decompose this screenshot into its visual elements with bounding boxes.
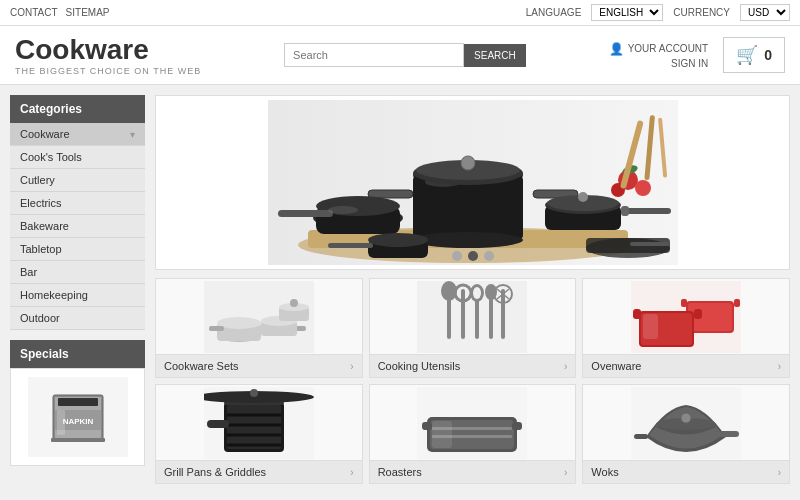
person-icon: 👤 <box>609 42 624 56</box>
svg-point-18 <box>461 156 475 170</box>
product-card-roasters[interactable]: Roasters › <box>369 384 577 484</box>
search-area: SEARCH <box>284 43 526 67</box>
product-image-ovenware <box>583 279 789 354</box>
sidebar: Categories Cookware▾ Cook's Tools Cutler… <box>10 95 145 490</box>
arrow-icon: › <box>778 467 781 478</box>
svg-rect-98 <box>422 422 432 430</box>
sidebar-item-cutlery[interactable]: Cutlery <box>10 169 145 192</box>
svg-point-92 <box>250 389 258 397</box>
carousel <box>155 95 790 270</box>
language-select[interactable]: ENGLISH <box>591 4 663 21</box>
product-card-ovenware[interactable]: Ovenware › <box>582 278 790 378</box>
svg-point-12 <box>413 232 523 248</box>
product-label-ovenware: Ovenware › <box>583 354 789 377</box>
svg-point-65 <box>473 287 481 299</box>
product-label-cooking-utensils: Cooking Utensils › <box>370 354 576 377</box>
contact-link[interactable]: CONTACT <box>10 7 58 18</box>
product-image-cooking-utensils <box>370 279 576 354</box>
svg-rect-76 <box>734 299 740 307</box>
product-card-woks[interactable]: Woks › <box>582 384 790 484</box>
svg-rect-34 <box>328 243 373 248</box>
arrow-icon: ▾ <box>130 129 135 140</box>
arrow-icon: › <box>350 361 353 372</box>
svg-rect-99 <box>512 422 522 430</box>
account-links: 👤 YOUR ACCOUNT SIGN IN <box>609 42 709 69</box>
svg-rect-14 <box>368 190 413 198</box>
product-label-woks: Woks › <box>583 460 789 483</box>
svg-rect-2 <box>58 398 98 406</box>
svg-rect-75 <box>681 299 687 307</box>
svg-point-33 <box>368 233 428 247</box>
your-account-link[interactable]: 👤 YOUR ACCOUNT <box>609 42 709 56</box>
product-card-cookware-sets[interactable]: Cookware Sets › <box>155 278 363 378</box>
currency-select[interactable]: USD <box>740 4 790 21</box>
svg-rect-80 <box>694 309 702 319</box>
svg-rect-81 <box>643 314 658 339</box>
sidebar-item-cookware[interactable]: Cookware▾ <box>10 123 145 146</box>
svg-point-57 <box>290 299 298 307</box>
logo-title: Cookware <box>15 34 201 66</box>
sidebar-item-bar[interactable]: Bar <box>10 261 145 284</box>
currency-label: CURRENCY <box>673 7 730 18</box>
carousel-image <box>268 100 678 265</box>
specials-product-image: NAPKIN <box>28 377 128 457</box>
svg-rect-44 <box>630 242 670 246</box>
svg-rect-104 <box>719 431 739 437</box>
svg-rect-22 <box>278 210 333 217</box>
cart-icon: 🛒 <box>736 44 758 66</box>
product-card-cooking-utensils[interactable]: Cooking Utensils › <box>369 278 577 378</box>
svg-text:NAPKIN: NAPKIN <box>62 417 93 426</box>
top-bar-nav: CONTACT SITEMAP <box>10 7 110 18</box>
search-input[interactable] <box>284 43 464 67</box>
header: Cookware THE BIGGEST CHOICE ON THE WEB S… <box>0 26 800 85</box>
sidebar-item-bakeware[interactable]: Bakeware <box>10 215 145 238</box>
svg-rect-61 <box>461 289 465 339</box>
svg-rect-5 <box>51 438 105 442</box>
product-label-roasters: Roasters › <box>370 460 576 483</box>
svg-point-30 <box>578 192 588 202</box>
product-card-grill-pans[interactable]: Grill Pans & Griddles › <box>155 384 363 484</box>
svg-point-103 <box>681 413 691 423</box>
carousel-dot-3[interactable] <box>484 251 494 261</box>
svg-rect-28 <box>621 206 629 216</box>
carousel-inner <box>156 96 789 269</box>
carousel-dot-2[interactable] <box>468 251 478 261</box>
product-label-cookware-sets: Cookware Sets › <box>156 354 362 377</box>
sidebar-item-tabletop[interactable]: Tabletop <box>10 238 145 261</box>
main-content: Cookware Sets › <box>155 95 790 490</box>
carousel-dot-1[interactable] <box>452 251 462 261</box>
categories-title: Categories <box>10 95 145 123</box>
product-grid-row1: Cookware Sets › <box>155 278 790 378</box>
sidebar-item-electrics[interactable]: Electrics <box>10 192 145 215</box>
svg-rect-100 <box>432 421 452 448</box>
sidebar-item-outdoor[interactable]: Outdoor <box>10 307 145 330</box>
svg-point-36 <box>635 180 651 196</box>
product-label-grill-pans: Grill Pans & Griddles › <box>156 460 362 483</box>
logo-subtitle: THE BIGGEST CHOICE ON THE WEB <box>15 66 201 76</box>
product-image-grill-pans <box>156 385 362 460</box>
svg-rect-89 <box>207 420 229 428</box>
svg-rect-84 <box>227 405 281 449</box>
svg-rect-105 <box>634 434 648 439</box>
top-bar: CONTACT SITEMAP LANGUAGE ENGLISH CURRENC… <box>0 0 800 26</box>
search-button[interactable]: SEARCH <box>464 44 526 67</box>
top-bar-settings: LANGUAGE ENGLISH CURRENCY USD <box>526 4 790 21</box>
language-label: LANGUAGE <box>526 7 582 18</box>
svg-point-23 <box>328 206 358 214</box>
header-right: 👤 YOUR ACCOUNT SIGN IN 🛒 0 <box>609 37 785 73</box>
sidebar-item-homekeeping[interactable]: Homekeeping <box>10 284 145 307</box>
cart-area[interactable]: 🛒 0 <box>723 37 785 73</box>
product-image-cookware-sets <box>156 279 362 354</box>
product-image-woks <box>583 385 789 460</box>
product-grid-row2: Grill Pans & Griddles › <box>155 384 790 484</box>
arrow-icon: › <box>778 361 781 372</box>
sidebar-item-cookstools[interactable]: Cook's Tools <box>10 146 145 169</box>
specials-product[interactable]: NAPKIN <box>10 368 145 466</box>
specials-title: Specials <box>10 340 145 368</box>
cart-count: 0 <box>764 47 772 63</box>
main-container: Categories Cookware▾ Cook's Tools Cutler… <box>0 85 800 500</box>
sign-in-link[interactable]: SIGN IN <box>609 58 709 69</box>
svg-rect-79 <box>633 309 641 319</box>
sitemap-link[interactable]: SITEMAP <box>66 7 110 18</box>
arrow-icon: › <box>564 361 567 372</box>
